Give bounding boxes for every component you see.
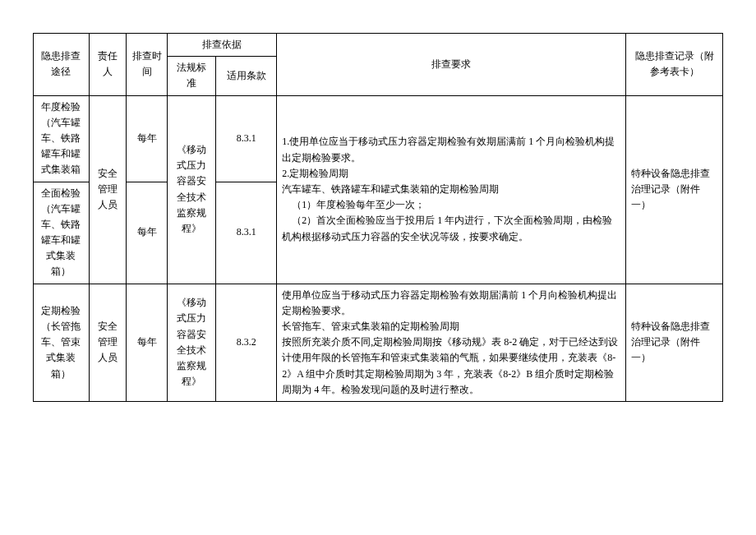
table-row: 定期检验（长管拖车、管束式集装箱） 安全管理人员 每年 《移动式压力容器安全技术… [34,284,723,401]
inspection-table: 隐患排查途径 责任人 排查时间 排查依据 排查要求 隐患排查记录（附参考表卡） … [33,33,723,402]
cell-record: 特种设备隐患排查治理记录（附件一） [626,284,723,401]
cell-basis-clause: 8.3.1 [216,182,277,284]
cell-time: 每年 [127,182,168,284]
cell-time: 每年 [127,95,168,182]
cell-responsible: 安全管理人员 [89,95,127,284]
cell-responsible: 安全管理人员 [89,284,127,401]
cell-record: 特种设备隐患排查治理记录（附件一） [626,95,723,284]
cell-basis-clause: 8.3.1 [216,95,277,182]
header-time: 排查时间 [127,34,168,96]
header-basis-clause: 适用条款 [216,57,277,95]
header-record: 隐患排查记录（附参考表卡） [626,34,723,96]
cell-requirement: 使用单位应当于移动式压力容器定期检验有效期届满前 1 个月向检验机构提出定期检验… [277,284,626,401]
cell-route: 全面检验（汽车罐车、铁路罐车和罐式集装箱） [34,182,90,284]
cell-basis-standard: 《移动式压力容器安全技术监察规程》 [168,284,216,401]
table-row: 年度检验（汽车罐车、铁路罐车和罐式集装箱 安全管理人员 每年 《移动式压力容器安… [34,95,723,182]
cell-route: 定期检验（长管拖车、管束式集装箱） [34,284,90,401]
cell-time: 每年 [127,284,168,401]
cell-requirement: 1.使用单位应当于移动式压力容器定期检验有效期届满前 1 个月向检验机构提出定期… [277,95,626,284]
header-responsible: 责任人 [89,34,127,96]
cell-basis-standard: 《移动式压力容器安全技术监察规程》 [168,95,216,284]
header-route: 隐患排查途径 [34,34,90,96]
header-requirement: 排查要求 [277,34,626,96]
cell-route: 年度检验（汽车罐车、铁路罐车和罐式集装箱 [34,95,90,182]
header-basis-group: 排查依据 [168,34,277,57]
cell-basis-clause: 8.3.2 [216,284,277,401]
header-basis-standard: 法规标准 [168,57,216,95]
